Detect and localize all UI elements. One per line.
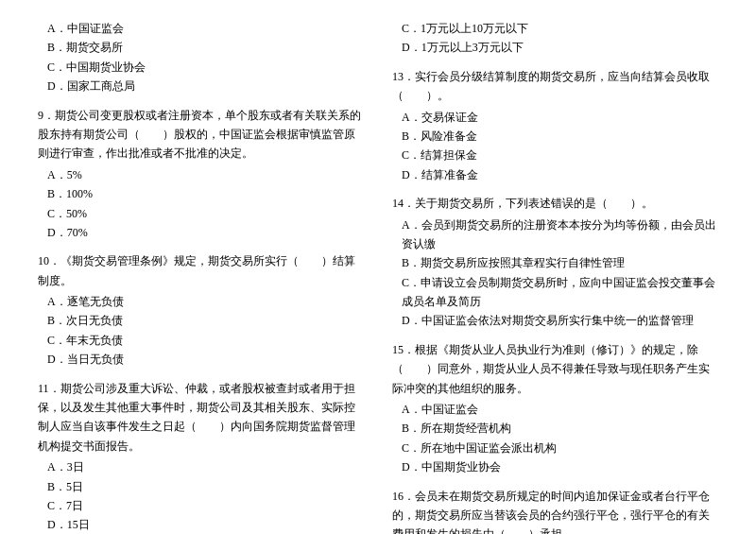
question-12-cont: C．1万元以上10万元以下 D．1万元以上3万元以下 — [392, 19, 718, 58]
q10-option-d: D．当日无负债 — [38, 350, 364, 369]
question-16: 16．会员未在期货交易所规定的时间内追加保证金或者台行平仓的，期货交易所应当替该… — [392, 487, 718, 534]
question-14: 14．关于期货交易所，下列表述错误的是（ ）。 A．会员到期货交易所的注册资本本… — [392, 194, 718, 331]
left-column: A．中国证监会 B．期货交易所 C．中国期货业协会 D．国家工商总局 9．期货公… — [38, 19, 364, 534]
q13-option-b: B．风险准备金 — [392, 127, 718, 146]
q9-option-b: B．100% — [38, 184, 364, 203]
q14-option-a: A．会员到期货交易所的注册资本本按分为均等份额，由会员出资认缴 — [392, 215, 718, 254]
question-10-text: 10．《期货交易管理条例》规定，期货交易所实行（ ）结算制度。 — [38, 251, 364, 290]
q9-option-d: D．70% — [38, 223, 364, 242]
q10-option-a: A．逐笔无负债 — [38, 292, 364, 311]
q12-option-c: C．1万元以上10万元以下 — [392, 19, 718, 38]
question-14-text: 14．关于期货交易所，下列表述错误的是（ ）。 — [392, 194, 718, 213]
q14-option-d: D．中国证监会依法对期货交易所实行集中统一的监督管理 — [392, 311, 718, 330]
q11-option-c: C．7日 — [38, 496, 364, 515]
q12-option-d: D．1万元以上3万元以下 — [392, 38, 718, 57]
q9-option-a: A．5% — [38, 165, 364, 184]
question-9-text: 9．期货公司变更股权或者注册资本，单个股东或者有关联关系的股东持有期货公司（ ）… — [38, 106, 364, 164]
page-content: A．中国证监会 B．期货交易所 C．中国期货业协会 D．国家工商总局 9．期货公… — [38, 19, 718, 534]
q15-option-c: C．所在地中国证监会派出机构 — [392, 439, 718, 457]
question-13-text: 13．实行会员分级结算制度的期货交易所，应当向结算会员收取（ ）。 — [392, 67, 718, 106]
option-b: B．期货交易所 — [38, 38, 364, 57]
question-15: 15．根据《期货从业人员执业行为准则（修订）》的规定，除（ ）同意外，期货从业人… — [392, 340, 718, 477]
q11-option-d: D．15日 — [38, 515, 364, 534]
question-13: 13．实行会员分级结算制度的期货交易所，应当向结算会员收取（ ）。 A．交易保证… — [392, 67, 718, 184]
q11-option-a: A．3日 — [38, 457, 364, 476]
option-a: A．中国证监会 — [38, 19, 364, 38]
question-9: 9．期货公司变更股权或者注册资本，单个股东或者有关联关系的股东持有期货公司（ ）… — [38, 106, 364, 243]
q9-option-c: C．50% — [38, 204, 364, 223]
q14-option-c: C．申请设立会员制期货交易所时，应向中国证监会投交董事会成员名单及简历 — [392, 273, 718, 312]
option-c: C．中国期货业协会 — [38, 58, 364, 77]
q11-option-b: B．5日 — [38, 477, 364, 496]
q10-option-b: B．次日无负债 — [38, 311, 364, 330]
q15-option-d: D．中国期货业协会 — [392, 457, 718, 476]
question-15-text: 15．根据《期货从业人员执业行为准则（修订）》的规定，除（ ）同意外，期货从业人… — [392, 340, 718, 398]
question-11: 11．期货公司涉及重大诉讼、仲裁，或者股权被查封或者用于担保，以及发生其他重大事… — [38, 379, 364, 534]
q14-option-b: B．期货交易所应按照其章程实行自律性管理 — [392, 253, 718, 272]
q13-option-d: D．结算准备金 — [392, 165, 718, 184]
q13-option-a: A．交易保证金 — [392, 108, 718, 127]
question-10: 10．《期货交易管理条例》规定，期货交易所实行（ ）结算制度。 A．逐笔无负债 … — [38, 251, 364, 369]
option-d: D．国家工商总局 — [38, 77, 364, 95]
right-column: C．1万元以上10万元以下 D．1万元以上3万元以下 13．实行会员分级结算制度… — [392, 19, 718, 534]
q15-option-b: B．所在期货经营机构 — [392, 419, 718, 438]
question-16-text: 16．会员未在期货交易所规定的时间内追加保证金或者台行平仓的，期货交易所应当替该… — [392, 487, 718, 534]
question-11-text: 11．期货公司涉及重大诉讼、仲裁，或者股权被查封或者用于担保，以及发生其他重大事… — [38, 379, 364, 456]
q15-option-a: A．中国证监会 — [392, 400, 718, 419]
question-block-prev: A．中国证监会 B．期货交易所 C．中国期货业协会 D．国家工商总局 — [38, 19, 364, 96]
q13-option-c: C．结算担保金 — [392, 146, 718, 164]
q10-option-c: C．年末无负债 — [38, 331, 364, 350]
